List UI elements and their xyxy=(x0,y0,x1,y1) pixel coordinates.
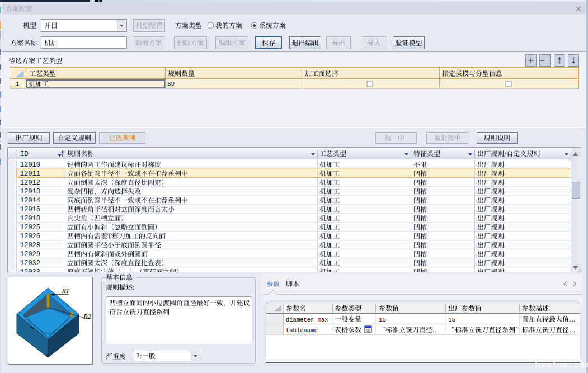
svg-text:89: 89 xyxy=(167,81,175,87)
svg-text:12026: 12026 xyxy=(20,233,40,240)
svg-text:15: 15 xyxy=(448,317,455,323)
svg-text:ID: ID xyxy=(20,150,28,158)
svg-text:1: 1 xyxy=(16,81,20,87)
svg-text:12016: 12016 xyxy=(20,206,40,214)
svg-text:12011: 12011 xyxy=(20,170,40,178)
svg-text:hvolne.com: hvolne.com xyxy=(535,361,588,370)
svg-text:12014: 12014 xyxy=(20,197,40,205)
svg-text:12032: 12032 xyxy=(20,259,40,267)
svg-text:12010: 12010 xyxy=(20,161,40,169)
svg-text:12028: 12028 xyxy=(20,242,40,249)
svg-text:12012: 12012 xyxy=(20,179,40,187)
svg-text:15: 15 xyxy=(379,317,386,323)
svg-text:12025: 12025 xyxy=(20,224,40,232)
svg-text:tablename: tablename xyxy=(286,327,318,334)
svg-text:diameter_max: diameter_max xyxy=(286,317,328,323)
svg-text:R2: R2 xyxy=(83,313,91,320)
svg-text:12013: 12013 xyxy=(20,188,40,196)
svg-text:R1: R1 xyxy=(62,287,69,295)
svg-text:12018: 12018 xyxy=(20,215,40,223)
svg-text:12029: 12029 xyxy=(20,251,40,258)
svg-text:12033: 12033 xyxy=(20,268,40,276)
